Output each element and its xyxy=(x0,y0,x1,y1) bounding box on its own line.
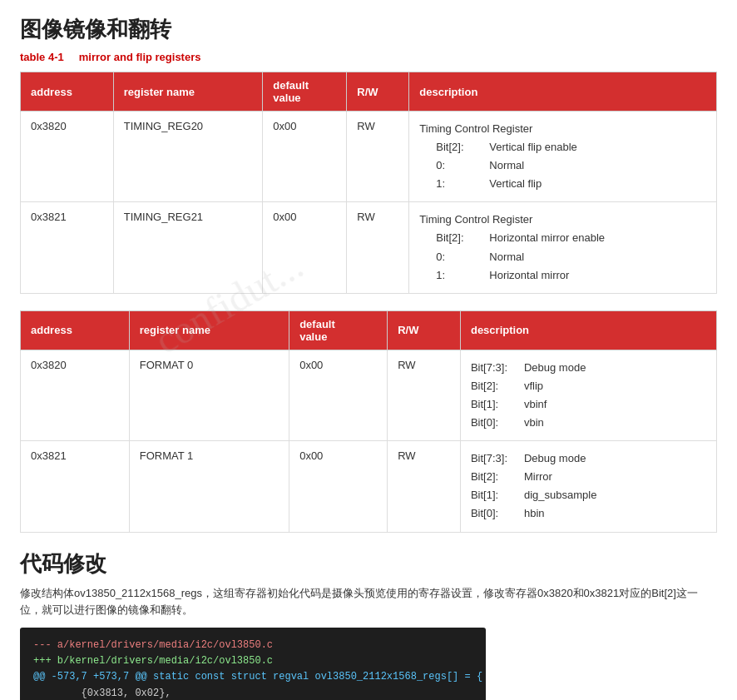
cell-rw: RW xyxy=(388,350,461,440)
section-title: 代码修改 xyxy=(20,549,717,578)
table-row: 0x3820 FORMAT 0 0x00 RW Bit[7:3]:Debug m… xyxy=(21,350,717,440)
col-default: defaultvalue xyxy=(263,72,347,112)
table-row: 0x3821 FORMAT 1 0x00 RW Bit[7:3]:Debug m… xyxy=(21,441,717,532)
desc-line: Bit[0]:vbin xyxy=(471,414,706,432)
cell-desc: Timing Control RegisterBit[2]:Vertical f… xyxy=(409,112,717,202)
code-line: --- a/kernel/drivers/media/i2c/ovl3850.c xyxy=(33,638,472,653)
intro-text: 修改结构体ov13850_2112x1568_regs，这组寄存器初始化代码是摄… xyxy=(20,585,717,620)
desc-block: Bit[7:3]:Debug modeBit[2]:MirrorBit[1]:d… xyxy=(471,449,706,523)
table1-header-row: address register name defaultvalue R/W d… xyxy=(21,72,717,112)
cell-rw: RW xyxy=(347,112,409,202)
desc-line: Bit[0]:hbin xyxy=(471,504,706,523)
table-title: mirror and flip registers xyxy=(79,51,201,63)
cell-name: FORMAT 1 xyxy=(129,441,289,532)
cell-default: 0x00 xyxy=(289,441,388,532)
table-label: table 4-1 mirror and flip registers xyxy=(20,51,717,63)
cell-name: TIMING_REG20 xyxy=(113,112,263,202)
desc-line: Bit[7:3]:Debug mode xyxy=(471,449,706,468)
cell-address: 0x3820 xyxy=(21,350,130,440)
col-address: address xyxy=(21,310,130,350)
desc-line: 1:Vertical flip xyxy=(419,175,706,193)
col-rw: R/W xyxy=(347,72,409,112)
cell-default: 0x00 xyxy=(263,112,347,202)
desc-block: Bit[7:3]:Debug modeBit[2]:vflipBit[1]:vb… xyxy=(471,359,706,432)
desc-line: Bit[1]:dig_subsample xyxy=(471,486,706,504)
col-address: address xyxy=(21,72,114,112)
cell-address: 0x3821 xyxy=(21,202,114,293)
table2: address register name defaultvalue R/W d… xyxy=(20,310,717,533)
col-regname: register name xyxy=(113,72,263,112)
table1: address register name defaultvalue R/W d… xyxy=(20,72,717,294)
desc-line: Bit[1]:vbinf xyxy=(471,395,706,414)
table-num: table 4-1 xyxy=(20,51,64,63)
code-line: {0x3813, 0x02}, xyxy=(33,686,472,700)
cell-address: 0x3821 xyxy=(21,441,130,532)
table-row: 0x3820 TIMING_REG20 0x00 RW Timing Contr… xyxy=(21,112,717,202)
cell-rw: RW xyxy=(388,441,461,532)
code-line: +++ b/kernel/drivers/media/i2c/ovl3850.c xyxy=(33,653,472,669)
cell-default: 0x00 xyxy=(263,202,347,293)
desc-line: 0:Normal xyxy=(419,156,706,175)
desc-title: Timing Control Register xyxy=(419,120,706,138)
desc-line: Bit[7:3]:Debug mode xyxy=(471,359,706,377)
col-default: defaultvalue xyxy=(289,310,388,350)
code-line: @@ -573,7 +573,7 @@ static const struct … xyxy=(33,669,472,685)
desc-line: Bit[2]:Vertical flip enable xyxy=(419,138,706,156)
col-rw: R/W xyxy=(388,310,461,350)
desc-block: Timing Control RegisterBit[2]:Horizontal… xyxy=(419,211,706,284)
desc-line: Bit[2]:vflip xyxy=(471,377,706,395)
desc-title: Timing Control Register xyxy=(419,211,706,229)
cell-name: TIMING_REG21 xyxy=(113,202,263,293)
cell-desc: Timing Control RegisterBit[2]:Horizontal… xyxy=(409,202,717,293)
page-title: 图像镜像和翻转 xyxy=(20,15,717,44)
col-desc: description xyxy=(460,310,716,350)
cell-address: 0x3820 xyxy=(21,112,114,202)
desc-block: Timing Control RegisterBit[2]:Vertical f… xyxy=(419,120,706,193)
table2-header-row: address register name defaultvalue R/W d… xyxy=(21,310,717,350)
desc-line: 0:Normal xyxy=(419,248,706,266)
col-desc: description xyxy=(409,72,717,112)
col-regname: register name xyxy=(129,310,289,350)
desc-line: 1:Horizontal mirror xyxy=(419,266,706,285)
code-block: --- a/kernel/drivers/media/i2c/ovl3850.c… xyxy=(20,628,486,700)
cell-default: 0x00 xyxy=(289,350,388,440)
desc-line: Bit[2]:Horizontal mirror enable xyxy=(419,229,706,247)
cell-rw: RW xyxy=(347,202,409,293)
cell-desc: Bit[7:3]:Debug modeBit[2]:MirrorBit[1]:d… xyxy=(460,441,716,532)
cell-desc: Bit[7:3]:Debug modeBit[2]:vflipBit[1]:vb… xyxy=(460,350,716,440)
cell-name: FORMAT 0 xyxy=(129,350,289,440)
desc-line: Bit[2]:Mirror xyxy=(471,468,706,486)
table-row: 0x3821 TIMING_REG21 0x00 RW Timing Contr… xyxy=(21,202,717,293)
